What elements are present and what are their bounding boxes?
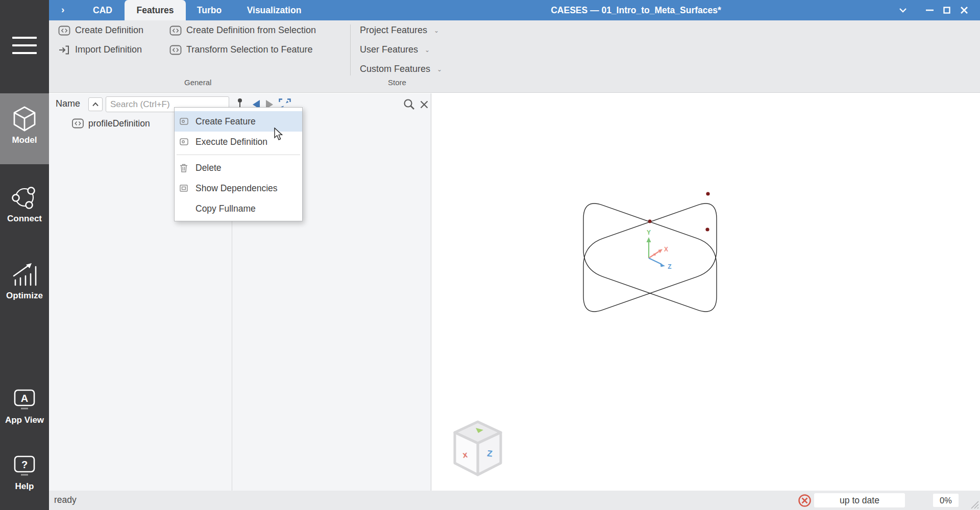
button-label: Create Definition from Selection bbox=[186, 25, 316, 36]
chevron-up-icon bbox=[92, 102, 99, 107]
ribbon-group-label-store: Store bbox=[388, 78, 406, 87]
titlebar-chevron-down-icon[interactable] bbox=[894, 0, 912, 20]
network-icon bbox=[11, 184, 38, 211]
navigation-cube[interactable]: x Z bbox=[455, 422, 501, 475]
tab-features[interactable]: Features bbox=[125, 0, 186, 20]
ribbon-tabs: CAD Features Turbo Visualization bbox=[81, 0, 315, 20]
collapse-all-button[interactable] bbox=[88, 97, 103, 111]
sidebar-item-model[interactable]: Model bbox=[0, 93, 49, 164]
svg-text:A: A bbox=[21, 393, 28, 404]
tab-visualization[interactable]: Visualization bbox=[233, 0, 315, 20]
statusbar: ready up to date 0% bbox=[49, 491, 980, 510]
button-label: Transform Selection to Feature bbox=[186, 44, 312, 55]
definition-icon bbox=[71, 118, 84, 129]
axes-triad: Y X Z bbox=[647, 229, 672, 270]
menu-item-execute-definition[interactable]: Execute Definition bbox=[175, 132, 302, 152]
sidebar-item-label: App View bbox=[0, 415, 49, 425]
tree-item-label: profileDefinition bbox=[88, 118, 150, 129]
viewport-3d[interactable]: Y X Z x Z bbox=[432, 93, 980, 491]
sync-error-icon[interactable] bbox=[798, 494, 812, 507]
sidebar: Model Connect bbox=[0, 0, 49, 510]
resize-grip[interactable] bbox=[969, 499, 979, 509]
sidebar-item-app-view[interactable]: A App View bbox=[0, 384, 49, 431]
ribbon: Create Definition Create Definition from… bbox=[49, 20, 980, 93]
sidebar-item-label: Model bbox=[0, 135, 49, 145]
close-button[interactable] bbox=[955, 0, 973, 20]
chevron-down-icon: ⌄ bbox=[434, 27, 439, 34]
menu-label: Custom Features bbox=[360, 64, 430, 74]
sidebar-item-label: Help bbox=[0, 481, 49, 492]
window-controls bbox=[894, 0, 973, 20]
custom-features-menu[interactable]: Custom Features ⌄ bbox=[360, 64, 442, 74]
import-definition-button[interactable]: Import Definition bbox=[58, 44, 142, 55]
transform-selection-to-feature-button[interactable]: Transform Selection to Feature bbox=[169, 44, 312, 55]
monitor-a-icon: A bbox=[11, 388, 38, 413]
x-axis-label: X bbox=[664, 246, 668, 253]
clear-search-icon[interactable] bbox=[420, 100, 429, 109]
sidebar-item-label: Optimize bbox=[0, 291, 49, 301]
monitor-question-icon: ? bbox=[11, 454, 38, 479]
viewport-scene: Y X Z x Z bbox=[432, 93, 980, 491]
ribbon-group-separator bbox=[350, 24, 351, 75]
dependencies-icon bbox=[180, 185, 191, 192]
status-message: ready bbox=[54, 495, 77, 505]
feature-icon bbox=[180, 138, 191, 145]
cube-icon bbox=[11, 105, 38, 133]
sidebar-item-connect[interactable]: Connect bbox=[0, 180, 49, 231]
main-menu-button[interactable] bbox=[12, 37, 37, 54]
user-features-menu[interactable]: User Features ⌄ bbox=[360, 44, 430, 55]
button-label: Import Definition bbox=[75, 44, 142, 55]
y-axis-label: Y bbox=[647, 229, 651, 236]
menu-item-delete[interactable]: Delete bbox=[175, 158, 302, 178]
feature-icon bbox=[180, 118, 191, 125]
sidebar-item-help[interactable]: ? Help bbox=[0, 450, 49, 497]
chart-arrow-icon bbox=[10, 261, 39, 288]
menu-item-create-feature[interactable]: Create Feature bbox=[175, 111, 302, 132]
titlebar: › CAD Features Turbo Visualization CAESE… bbox=[49, 0, 980, 20]
create-definition-from-selection-button[interactable]: Create Definition from Selection bbox=[169, 25, 316, 36]
definition-icon bbox=[169, 26, 182, 36]
svg-text:?: ? bbox=[21, 459, 28, 470]
window-title: CAESES — 01_Intro_to_Meta_Surfaces* bbox=[513, 0, 758, 20]
sidebar-item-optimize[interactable]: Optimize bbox=[0, 257, 49, 308]
hamburger-icon bbox=[12, 37, 37, 39]
sidebar-item-label: Connect bbox=[0, 214, 49, 224]
definition-icon bbox=[169, 45, 182, 55]
menu-separator bbox=[177, 155, 300, 155]
sync-status-badge[interactable]: up to date bbox=[814, 493, 905, 507]
menu-label: Project Features bbox=[360, 25, 427, 36]
caeses-window: Model Connect bbox=[0, 0, 980, 510]
create-definition-button[interactable]: Create Definition bbox=[58, 25, 143, 36]
context-menu: Create Feature Execute Definition Delete… bbox=[174, 107, 303, 221]
chevron-down-icon: ⌄ bbox=[437, 66, 442, 73]
maximize-button[interactable] bbox=[938, 0, 955, 20]
button-label: Create Definition bbox=[75, 25, 143, 36]
trash-icon bbox=[180, 164, 191, 172]
tab-cad[interactable]: CAD bbox=[81, 0, 125, 20]
menu-item-copy-fullname[interactable]: Copy Fullname bbox=[175, 198, 302, 219]
menu-label: User Features bbox=[360, 44, 418, 55]
chevron-down-icon: ⌄ bbox=[425, 46, 430, 54]
tab-turbo[interactable]: Turbo bbox=[186, 0, 233, 20]
import-icon bbox=[58, 45, 70, 55]
minimize-button[interactable] bbox=[921, 0, 938, 20]
cube-z-label: Z bbox=[486, 449, 493, 459]
tab-overflow-chevron-icon[interactable]: › bbox=[61, 4, 64, 15]
z-axis-label: Z bbox=[668, 263, 671, 270]
ribbon-group-label-general: General bbox=[184, 78, 211, 87]
progress-indicator: 0% bbox=[933, 494, 959, 507]
name-column-header: Name bbox=[56, 98, 80, 109]
definition-icon bbox=[58, 26, 70, 36]
project-features-menu[interactable]: Project Features ⌄ bbox=[360, 25, 439, 36]
menu-item-show-dependencies[interactable]: Show Dependencies bbox=[175, 178, 302, 198]
search-icon[interactable] bbox=[403, 98, 415, 111]
